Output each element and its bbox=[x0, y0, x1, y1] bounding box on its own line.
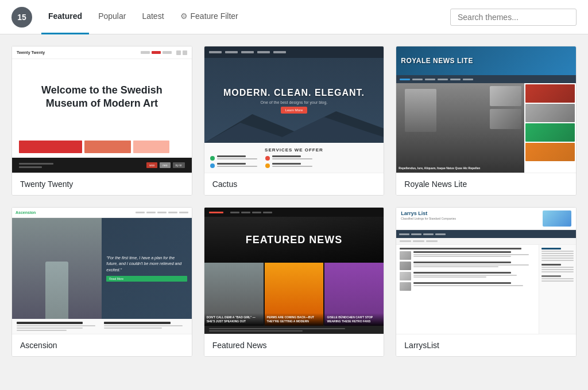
theme-name: LarrysList bbox=[404, 341, 439, 350]
tab-latest[interactable]: Latest bbox=[135, 0, 171, 34]
theme-card-footer: LarrysList bbox=[396, 334, 576, 356]
gear-icon: ⚙ bbox=[180, 11, 188, 21]
theme-count: 15 bbox=[17, 13, 26, 22]
theme-card-footer: Royale News Lite bbox=[396, 173, 576, 195]
theme-card-cactus[interactable]: MODERN. CLEAN. ELEGANT. One of the best … bbox=[204, 46, 385, 196]
theme-card-twentytwenty[interactable]: Twenty Twenty Welcome to the Swedish Mu bbox=[11, 46, 192, 196]
theme-card-footer: Featured News bbox=[204, 334, 384, 356]
main-content: Twenty Twenty Welcome to the Swedish Mu bbox=[0, 34, 588, 368]
theme-card-featured-news[interactable]: FEATURED NEWS DON'T CALL DEMI A "BAD GIR… bbox=[204, 207, 385, 357]
list-item bbox=[400, 272, 535, 280]
theme-name: Ascension bbox=[20, 341, 57, 350]
theme-preview-larryslist: Larrys List Classified Listings for Stan… bbox=[396, 208, 576, 334]
themes-grid: Twenty Twenty Welcome to the Swedish Mu bbox=[11, 46, 577, 357]
list-item bbox=[400, 282, 535, 291]
theme-name: Featured News bbox=[212, 341, 267, 350]
theme-count-badge: 15 bbox=[11, 7, 32, 28]
theme-card-footer: Ascension bbox=[12, 334, 192, 356]
header: 15 Featured Popular Latest ⚙ Feature Fil… bbox=[0, 0, 588, 34]
tab-feature-filter[interactable]: ⚙ Feature Filter bbox=[173, 0, 245, 34]
theme-card-royale[interactable]: ROYALE NEWS LITE bbox=[396, 46, 577, 196]
theme-name: Cactus bbox=[212, 180, 238, 189]
list-item bbox=[400, 251, 535, 260]
theme-preview-featured-news: FEATURED NEWS DON'T CALL DEMI A "BAD GIR… bbox=[204, 208, 384, 334]
tab-popular[interactable]: Popular bbox=[91, 0, 133, 34]
nav-tabs: Featured Popular Latest ⚙ Feature Filter bbox=[41, 0, 450, 34]
theme-preview-ascension: Ascension bbox=[12, 208, 192, 334]
theme-preview-royale: ROYALE NEWS LITE bbox=[396, 46, 576, 173]
search-input[interactable] bbox=[450, 9, 577, 26]
theme-card-footer: Cactus bbox=[204, 173, 384, 195]
theme-card-ascension[interactable]: Ascension bbox=[11, 207, 192, 357]
theme-name: Twenty Twenty bbox=[20, 180, 73, 189]
tt-topbar: Twenty Twenty bbox=[12, 46, 192, 59]
tab-featured[interactable]: Featured bbox=[41, 0, 89, 34]
theme-name: Royale News Lite bbox=[404, 180, 467, 189]
search-box bbox=[450, 9, 577, 26]
list-item bbox=[400, 262, 535, 270]
theme-preview-twentytwenty: Twenty Twenty Welcome to the Swedish Mu bbox=[12, 46, 192, 173]
theme-card-footer: Twenty Twenty bbox=[12, 173, 192, 195]
theme-card-larryslist[interactable]: Larrys List Classified Listings for Stan… bbox=[396, 207, 577, 357]
theme-preview-cactus: MODERN. CLEAN. ELEGANT. One of the best … bbox=[204, 46, 384, 173]
